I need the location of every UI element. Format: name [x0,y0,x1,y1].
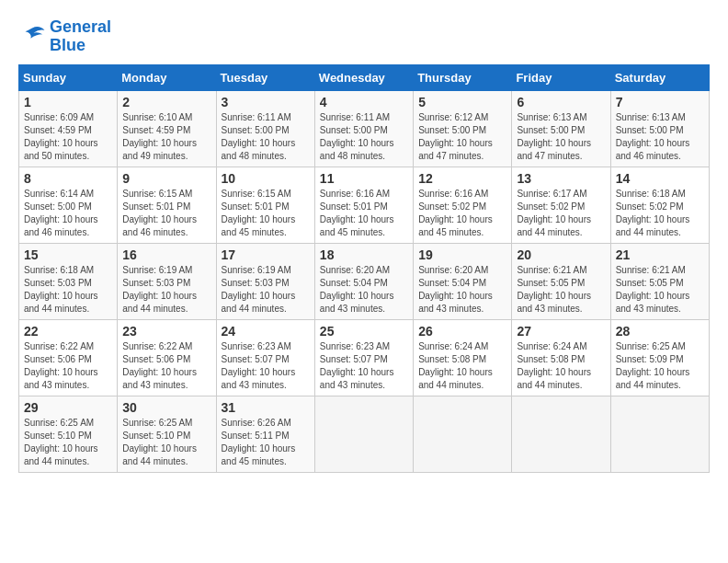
day-number: 9 [122,171,210,186]
day-number: 1 [24,95,112,109]
calendar-day-cell: 7Sunrise: 6:13 AM Sunset: 5:00 PM Daylig… [610,90,709,167]
calendar-day-cell: 13Sunrise: 6:17 AM Sunset: 5:02 PM Dayli… [512,167,610,243]
day-info: Sunrise: 6:19 AM Sunset: 5:03 PM Dayligh… [222,264,310,316]
day-number: 25 [320,324,408,339]
day-info: Sunrise: 6:24 AM Sunset: 5:08 PM Dayligh… [517,340,605,392]
day-number: 12 [418,171,506,186]
calendar-day-cell: 20Sunrise: 6:21 AM Sunset: 5:05 PM Dayli… [512,243,610,319]
day-number: 28 [616,324,704,339]
calendar-day-cell: 9Sunrise: 6:15 AM Sunset: 5:01 PM Daylig… [118,167,216,243]
day-of-week-header: Saturday [610,64,709,90]
day-number: 16 [122,247,210,262]
day-info: Sunrise: 6:21 AM Sunset: 5:05 PM Dayligh… [616,264,704,316]
day-info: Sunrise: 6:13 AM Sunset: 5:00 PM Dayligh… [517,111,605,163]
logo-text-line1: General [50,18,111,37]
logo-bird-icon [18,24,46,46]
calendar-day-cell: 28Sunrise: 6:25 AM Sunset: 5:09 PM Dayli… [610,319,709,396]
day-of-week-header: Wednesday [314,64,413,90]
day-number: 17 [222,247,310,262]
day-info: Sunrise: 6:15 AM Sunset: 5:01 PM Dayligh… [222,188,310,239]
day-number: 4 [320,95,408,109]
day-info: Sunrise: 6:12 AM Sunset: 5:00 PM Dayligh… [418,111,506,163]
day-info: Sunrise: 6:20 AM Sunset: 5:04 PM Dayligh… [418,264,506,316]
day-info: Sunrise: 6:11 AM Sunset: 5:00 PM Dayligh… [320,111,408,163]
calendar-week-row: 22Sunrise: 6:22 AM Sunset: 5:06 PM Dayli… [19,319,710,396]
day-info: Sunrise: 6:22 AM Sunset: 5:06 PM Dayligh… [24,340,112,392]
calendar-day-cell: 5Sunrise: 6:12 AM Sunset: 5:00 PM Daylig… [414,90,512,167]
calendar-day-cell: 16Sunrise: 6:19 AM Sunset: 5:03 PM Dayli… [118,243,216,319]
day-info: Sunrise: 6:18 AM Sunset: 5:03 PM Dayligh… [24,264,112,316]
calendar-day-cell: 11Sunrise: 6:16 AM Sunset: 5:01 PM Dayli… [314,167,413,243]
day-info: Sunrise: 6:19 AM Sunset: 5:03 PM Dayligh… [122,264,210,316]
day-number: 8 [24,171,112,186]
calendar-week-row: 8Sunrise: 6:14 AM Sunset: 5:00 PM Daylig… [19,167,710,243]
day-info: Sunrise: 6:25 AM Sunset: 5:09 PM Dayligh… [616,340,704,392]
calendar-day-cell: 23Sunrise: 6:22 AM Sunset: 5:06 PM Dayli… [118,319,216,396]
day-number: 15 [24,247,112,262]
day-number: 30 [122,400,210,415]
day-number: 11 [320,171,408,186]
calendar-day-cell: 25Sunrise: 6:23 AM Sunset: 5:07 PM Dayli… [314,319,413,396]
calendar-day-cell [414,396,512,472]
day-info: Sunrise: 6:16 AM Sunset: 5:02 PM Dayligh… [418,188,506,239]
day-info: Sunrise: 6:17 AM Sunset: 5:02 PM Dayligh… [517,188,605,239]
calendar-day-cell: 18Sunrise: 6:20 AM Sunset: 5:04 PM Dayli… [314,243,413,319]
calendar-day-cell: 4Sunrise: 6:11 AM Sunset: 5:00 PM Daylig… [314,90,413,167]
day-number: 20 [517,247,605,262]
day-number: 29 [24,400,112,415]
page-header: General Blue [18,18,710,55]
day-info: Sunrise: 6:23 AM Sunset: 5:07 PM Dayligh… [320,340,408,392]
calendar-day-cell: 22Sunrise: 6:22 AM Sunset: 5:06 PM Dayli… [19,319,118,396]
calendar-header-row: SundayMondayTuesdayWednesdayThursdayFrid… [19,64,710,90]
day-info: Sunrise: 6:14 AM Sunset: 5:00 PM Dayligh… [24,188,112,239]
calendar-day-cell [314,396,413,472]
calendar-day-cell [610,396,709,472]
day-of-week-header: Friday [512,64,610,90]
day-number: 3 [222,95,310,109]
calendar-day-cell: 17Sunrise: 6:19 AM Sunset: 5:03 PM Dayli… [216,243,314,319]
calendar-table: SundayMondayTuesdayWednesdayThursdayFrid… [18,64,710,473]
day-number: 26 [418,324,506,339]
calendar-day-cell: 27Sunrise: 6:24 AM Sunset: 5:08 PM Dayli… [512,319,610,396]
calendar-day-cell: 30Sunrise: 6:25 AM Sunset: 5:10 PM Dayli… [118,396,216,472]
calendar-day-cell: 12Sunrise: 6:16 AM Sunset: 5:02 PM Dayli… [414,167,512,243]
calendar-day-cell: 10Sunrise: 6:15 AM Sunset: 5:01 PM Dayli… [216,167,314,243]
day-number: 22 [24,324,112,339]
day-number: 21 [616,247,704,262]
calendar-day-cell: 3Sunrise: 6:11 AM Sunset: 5:00 PM Daylig… [216,90,314,167]
calendar-day-cell: 6Sunrise: 6:13 AM Sunset: 5:00 PM Daylig… [512,90,610,167]
day-of-week-header: Sunday [19,64,118,90]
day-number: 13 [517,171,605,186]
day-info: Sunrise: 6:24 AM Sunset: 5:08 PM Dayligh… [418,340,506,392]
calendar-day-cell: 29Sunrise: 6:25 AM Sunset: 5:10 PM Dayli… [19,396,118,472]
day-number: 14 [616,171,704,186]
day-info: Sunrise: 6:20 AM Sunset: 5:04 PM Dayligh… [320,264,408,316]
day-info: Sunrise: 6:25 AM Sunset: 5:10 PM Dayligh… [24,417,112,468]
day-number: 27 [517,324,605,339]
day-number: 31 [222,400,310,415]
day-number: 6 [517,95,605,109]
calendar-day-cell: 14Sunrise: 6:18 AM Sunset: 5:02 PM Dayli… [610,167,709,243]
day-info: Sunrise: 6:26 AM Sunset: 5:11 PM Dayligh… [222,417,310,468]
calendar-day-cell: 21Sunrise: 6:21 AM Sunset: 5:05 PM Dayli… [610,243,709,319]
day-info: Sunrise: 6:15 AM Sunset: 5:01 PM Dayligh… [122,188,210,239]
logo: General Blue [18,18,111,55]
logo-text-line2: Blue [50,37,111,55]
calendar-day-cell: 8Sunrise: 6:14 AM Sunset: 5:00 PM Daylig… [19,167,118,243]
day-number: 7 [616,95,704,109]
day-number: 24 [222,324,310,339]
day-info: Sunrise: 6:25 AM Sunset: 5:10 PM Dayligh… [122,417,210,468]
calendar-day-cell [512,396,610,472]
day-info: Sunrise: 6:11 AM Sunset: 5:00 PM Dayligh… [222,111,310,163]
day-number: 5 [418,95,506,109]
day-number: 2 [122,95,210,109]
calendar-day-cell: 19Sunrise: 6:20 AM Sunset: 5:04 PM Dayli… [414,243,512,319]
calendar-week-row: 15Sunrise: 6:18 AM Sunset: 5:03 PM Dayli… [19,243,710,319]
day-info: Sunrise: 6:16 AM Sunset: 5:01 PM Dayligh… [320,188,408,239]
calendar-day-cell: 2Sunrise: 6:10 AM Sunset: 4:59 PM Daylig… [118,90,216,167]
day-number: 23 [122,324,210,339]
day-of-week-header: Thursday [414,64,512,90]
calendar-day-cell: 26Sunrise: 6:24 AM Sunset: 5:08 PM Dayli… [414,319,512,396]
day-number: 10 [222,171,310,186]
day-number: 19 [418,247,506,262]
